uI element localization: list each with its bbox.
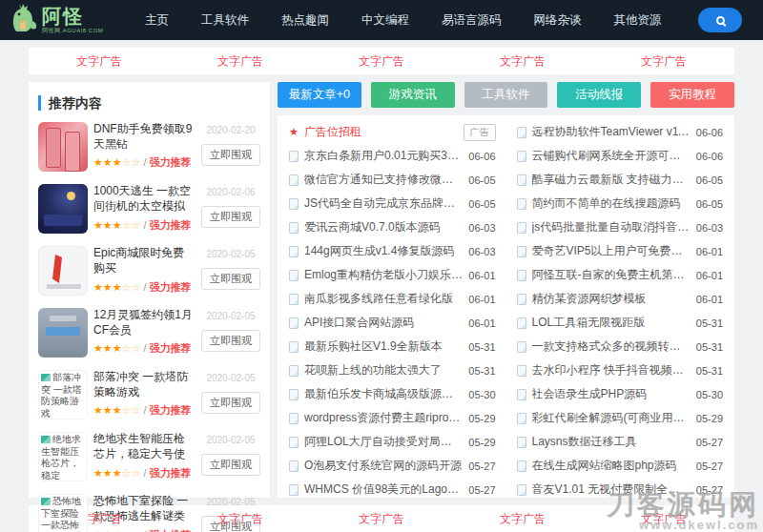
article-row[interactable]: 南瓜影视多线路任意看绿化版 06-01 [289, 287, 496, 311]
article-row[interactable]: 144g网页生成v1.4修复版源码 06-03 [289, 239, 496, 263]
category-button[interactable]: 游戏资讯 [371, 82, 455, 108]
article-title[interactable]: 一款支持格式众多的视频转换器 [532, 338, 691, 355]
article-title[interactable]: O泡易支付系统官网的源码开源 [304, 458, 463, 474]
article-row[interactable]: Emlog重构精仿老版小刀娱乐网HFoldao模... 06-01 [289, 263, 496, 287]
article-row[interactable]: 花呗新上线的功能太强大了 05-31 [289, 358, 496, 382]
article-row[interactable]: 一款支持格式众多的视频转换器 05-31 [517, 335, 724, 358]
article-title[interactable]: LOL工具箱无限视距版 [532, 315, 691, 331]
article-row[interactable]: API接口聚合网站源码 06-01 [289, 311, 496, 335]
article-row[interactable]: 彩虹代刷全解源码(可商业用途 防黑) 05-29 [517, 406, 724, 430]
article-title[interactable]: 爱奇艺VIP5以上用户可免费发爱奇艺VIP红包 [532, 243, 691, 259]
text-ad-link[interactable]: 文字广告 [29, 48, 170, 74]
article-title[interactable]: 社会语录生成PHP源码 [532, 386, 691, 402]
category-button[interactable]: 工具软件 [464, 82, 548, 108]
article-title[interactable]: 微信官方通知已支持修改微信号 [304, 172, 463, 188]
article-title[interactable]: 酷享磁力云最新版 支持磁力搜索下载和一... [532, 172, 691, 188]
nav-item[interactable]: 其他资源 [614, 12, 662, 29]
article-row[interactable]: 阿狸LOL大厅自动接受对局工具 05-29 [289, 430, 496, 454]
article-title[interactable]: 精仿某资源网织梦模板 [532, 291, 691, 307]
article-row[interactable]: 云铺购代刷网系统全开源可运营程序搭建 06-06 [517, 144, 724, 168]
article-row[interactable]: 最新伯乐发卡商城高级版源码 无后门 05-30 [289, 382, 496, 406]
article-row[interactable]: LOL工具箱无限视距版 05-31 [517, 311, 724, 335]
text-ad-link[interactable]: 文字广告 [593, 48, 734, 74]
nav-item[interactable]: 工具软件 [201, 12, 249, 29]
article-title[interactable]: 去水印小程序 快手抖音视频搬运工上热门... [532, 362, 691, 379]
article-title[interactable]: 在线生成网站缩略图php源码 [532, 458, 691, 474]
text-ad-link[interactable]: 文字广告 [170, 505, 311, 532]
nav-item[interactable]: 网络杂谈 [534, 12, 582, 29]
recommended-item[interactable]: Epic商城限时免费购买《SUPERHOT》游戏 ★★★☆☆ / 强力推荐 20… [38, 240, 260, 302]
view-now-button[interactable]: 立即围观 [201, 144, 260, 166]
article-row[interactable]: JS代码全自动完成京东品牌狂欢城活动任务 06-05 [289, 192, 496, 215]
article-row[interactable]: 社会语录生成PHP源码 05-30 [517, 382, 724, 406]
article-title[interactable]: WHMCS 价值98美元的Lagom模板开源 [304, 481, 463, 498]
recommended-item[interactable]: 1000天逃生 一款空间街机的太空模拟经营游戏 ★★★☆☆ / 强力推荐 202… [38, 178, 260, 240]
text-ad-link[interactable]: 文字广告 [311, 48, 452, 74]
article-title[interactable]: 花呗新上线的功能太强大了 [304, 362, 463, 379]
article-row[interactable]: 爱奇艺VIP5以上用户可免费发爱奇艺VIP红包 06-01 [517, 239, 724, 263]
view-now-button[interactable]: 立即围观 [201, 206, 260, 228]
text-ad-link[interactable]: 文字广告 [170, 48, 311, 74]
article-title[interactable]: js代码批量批量自动取消抖音关注 [532, 219, 691, 235]
article-title[interactable]: 南瓜影视多线路任意看绿化版 [304, 291, 463, 307]
nav-item[interactable]: 中文编程 [361, 12, 409, 29]
article-row[interactable]: 远程协助软件TeamViewer v11 单文件版 06-06 [517, 120, 724, 144]
article-row[interactable]: 在线生成网站缩略图php源码 05-27 [517, 454, 724, 478]
view-now-button[interactable]: 立即围观 [201, 392, 260, 414]
article-title[interactable]: 最新伯乐发卡商城高级版源码 无后门 [304, 386, 463, 402]
recommended-item[interactable]: 部落冲突 一款塔防策略游戏 部落冲突 一款塔防策略游戏 ★★★☆☆ / 强力推荐… [38, 364, 260, 426]
recommended-item[interactable]: 绝地求生智能压枪芯片，稳定 绝地求生智能压枪芯片，稳定大号使用，永久免费 ★★★… [38, 426, 260, 488]
text-ad-link[interactable]: 文字广告 [311, 505, 452, 532]
article-row[interactable]: O泡易支付系统官网的源码开源 05-27 [289, 454, 496, 478]
text-ad-link[interactable]: 文字广告 [452, 505, 593, 532]
article-title[interactable]: 简约而不简单的在线搜题源码 [532, 195, 691, 212]
article-row[interactable]: js代码批量批量自动取消抖音关注 06-03 [517, 215, 724, 239]
article-row[interactable]: 微信官方通知已支持修改微信号 06-05 [289, 168, 496, 192]
site-logo[interactable]: 阿怪 阿怪网.AGUAI8.COM [10, 2, 132, 38]
item-title[interactable]: 绝地求生智能压枪芯片，稳定大号使用，永久免费 [93, 432, 196, 462]
article-title[interactable]: 远程协助软件TeamViewer v11 单文件版 [532, 124, 691, 140]
article-title[interactable]: API接口聚合网站源码 [304, 315, 463, 331]
item-title[interactable]: Epic商城限时免费购买《SUPERHOT》游戏 [93, 246, 196, 276]
article-title[interactable]: 阿狸LOL大厅自动接受对局工具 [304, 434, 463, 450]
category-button[interactable]: 活动线报 [557, 82, 641, 108]
article-row[interactable]: 爱讯云商城V0.7.0版本源码 06-03 [289, 215, 496, 239]
category-button[interactable]: 最新文章+0 [278, 82, 361, 108]
item-title[interactable]: 1000天逃生 一款空间街机的太空模拟经营游戏 [93, 184, 196, 215]
view-now-button[interactable]: 立即围观 [201, 330, 260, 352]
nav-item[interactable]: 热点趣闻 [281, 12, 329, 29]
article-title[interactable]: wordpress资源付费主题ripro6.7含美化包... [304, 410, 463, 426]
view-now-button[interactable]: 立即围观 [201, 268, 260, 290]
recommended-item[interactable]: 12月灵狐签约领1月CF会员 ★★★☆☆ / 强力推荐 2020-02-05 立… [38, 302, 260, 364]
article-row[interactable]: 酷享磁力云最新版 支持磁力搜索下载和一... 06-05 [517, 168, 724, 192]
search-button[interactable] [698, 8, 742, 32]
article-row[interactable]: 音友V1.01 无视付费限制全网音乐无损免费... 05-27 [517, 478, 724, 501]
article-row[interactable]: WHMCS 价值98美元的Lagom模板开源 05-27 [289, 478, 496, 501]
item-title[interactable]: DNF助手免费领取9天黑钻 [93, 122, 196, 152]
article-row[interactable]: 精仿某资源网织梦模板 06-01 [517, 287, 724, 311]
article-row[interactable]: 阿怪互联-自家的免费主机第一批正式开启 06-01 [517, 263, 724, 287]
pinned-ad-row[interactable]: ★ 广告位招租 广告 [289, 120, 496, 144]
article-row[interactable]: 去水印小程序 快手抖音视频搬运工上热门... 05-31 [517, 358, 724, 382]
article-row[interactable]: 简约而不简单的在线搜题源码 06-05 [517, 192, 724, 215]
recommended-item[interactable]: DNF助手免费领取9天黑钻 ★★★☆☆ / 强力推荐 2020-02-20 立即… [38, 116, 260, 178]
article-title[interactable]: Laysns数据迁移工具 [532, 434, 691, 450]
nav-item[interactable]: 主页 [145, 12, 169, 29]
article-title[interactable]: 阿怪互联-自家的免费主机第一批正式开启 [532, 267, 691, 283]
article-title[interactable]: 音友V1.01 无视付费限制全网音乐无损免费... [532, 481, 691, 498]
category-button[interactable]: 实用教程 [650, 82, 734, 108]
item-title[interactable]: 12月灵狐签约领1月CF会员 [93, 308, 196, 338]
article-title[interactable]: 爱讯云商城V0.7.0版本源码 [304, 219, 463, 235]
text-ad-link[interactable]: 文字广告 [593, 505, 734, 532]
article-title[interactable]: 144g网页生成v1.4修复版源码 [304, 243, 463, 259]
article-row[interactable]: Laysns数据迁移工具 05-27 [517, 430, 724, 454]
nav-item[interactable]: 易语言源码 [442, 12, 502, 29]
item-title[interactable]: 部落冲突 一款塔防策略游戏 [93, 370, 196, 399]
article-title[interactable]: Emlog重构精仿老版小刀娱乐网HFoldao模... [304, 267, 463, 283]
view-now-button[interactable]: 立即围观 [201, 454, 260, 476]
text-ad-link[interactable]: 文字广告 [452, 48, 593, 74]
article-row[interactable]: 京东白条新用户0.01元购买3个月爱奇艺黄... 06-06 [289, 144, 496, 168]
article-row[interactable]: wordpress资源付费主题ripro6.7含美化包... 05-29 [289, 406, 496, 430]
article-title[interactable]: 彩虹代刷全解源码(可商业用途 防黑) [532, 410, 691, 426]
article-title[interactable]: 最新乐购社区V1.9全新版本 [304, 338, 463, 355]
